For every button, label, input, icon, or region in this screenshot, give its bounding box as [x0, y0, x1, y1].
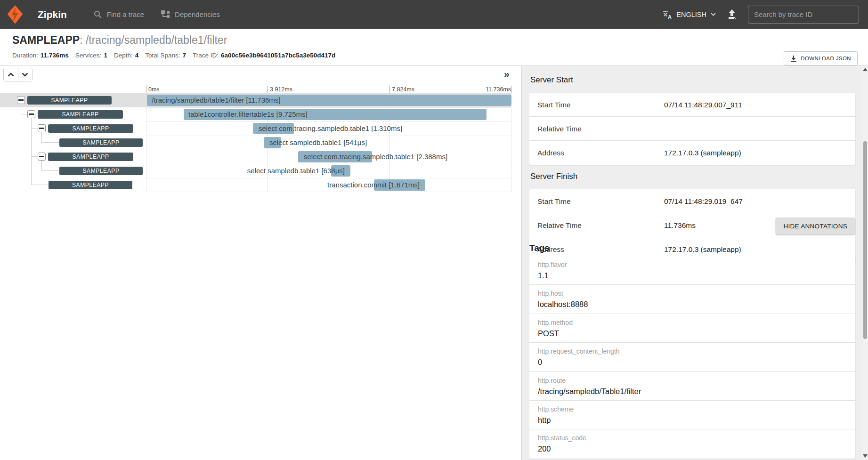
collapse-span-icon[interactable] — [38, 153, 46, 161]
span-bar-row: select sampledb.table1 [541μs] — [146, 136, 511, 150]
search-input[interactable] — [748, 6, 859, 24]
span-service-button[interactable]: SAMPLEAPP — [38, 110, 123, 119]
server-finish-title: Server Finish — [530, 172, 577, 181]
annotation-label: Start Time — [537, 101, 571, 109]
tag-row: http.status_code 200 — [529, 429, 855, 458]
stat-trace-id-label: Trace ID: — [193, 52, 219, 59]
chevron-up-icon — [8, 73, 14, 77]
tag-key: http.status_code — [538, 434, 855, 442]
span-service-button[interactable]: SAMPLEAPP — [27, 96, 112, 105]
page-title: SAMPLEAPP: /tracing/sampledb/table1/filt… — [12, 34, 227, 47]
span-bar-row: select sampledb.table1 [638μs] — [146, 164, 511, 178]
zipkin-logo-icon[interactable] — [6, 5, 24, 24]
nav-dependencies[interactable]: Dependencies — [161, 10, 220, 18]
span-bar-label: /tracing/sampledb/table1/filter [11.736m… — [152, 96, 280, 105]
span-service-button[interactable]: SAMPLEAPP — [59, 167, 143, 175]
trace-service-name: SAMPLEAPP — [12, 34, 80, 46]
annotation-value: 172.17.0.3 (sampleapp) — [664, 245, 741, 254]
collapse-span-icon[interactable] — [27, 110, 35, 118]
language-selector[interactable]: A ENGLISH — [663, 10, 716, 19]
stat-total-spans-value: 7 — [182, 52, 186, 59]
span-nav-buttons — [3, 68, 32, 81]
trace-header: SAMPLEAPP: /tracing/sampledb/table1/filt… — [0, 29, 868, 66]
stat-duration-label: Duration: — [12, 52, 38, 59]
next-span-button[interactable] — [18, 68, 32, 81]
dependencies-icon — [161, 10, 170, 18]
upload-trace-button[interactable] — [727, 9, 737, 19]
tag-value: /tracing/sampledb/Table1/filter — [538, 386, 855, 396]
tags-card: http.flavor 1.1 http.host localhost:8888… — [529, 256, 855, 459]
nav-find-a-trace-label: Find a trace — [107, 10, 144, 18]
annotation-row: Start Time 07/14 11:48:29.007_911 — [529, 93, 855, 117]
span-bar-label: select com.tracing.sampledb.table1 [1.31… — [259, 124, 402, 133]
tag-value: 200 — [538, 444, 855, 454]
span-bar-row: select com.tracing.sampledb.table1 [2.38… — [146, 150, 511, 164]
svg-text:A: A — [668, 14, 672, 19]
stat-depth-label: Depth: — [114, 52, 133, 59]
nav-find-a-trace[interactable]: Find a trace — [94, 10, 144, 18]
span-bar-row: select com.tracing.sampledb.table1 [1.31… — [146, 121, 511, 136]
tag-value: 1.1 — [538, 270, 855, 281]
collapse-span-icon[interactable] — [38, 124, 46, 132]
span-service-button[interactable]: SAMPLEAPP — [48, 124, 133, 133]
download-icon — [790, 55, 797, 62]
tag-row: http.scheme http — [529, 401, 855, 429]
span-service-button[interactable]: SAMPLEAPP — [49, 181, 132, 189]
tree-connector — [41, 142, 59, 143]
span-detail-panel: Server Start Start Time 07/14 11:48:29.0… — [522, 66, 868, 460]
download-json-label: DOWNLOAD JSON — [801, 56, 851, 61]
tag-key: http.method — [538, 319, 855, 327]
span-service-button[interactable]: SAMPLEAPP — [48, 153, 133, 161]
scrollbar-track[interactable] — [862, 66, 868, 460]
tag-value: POST — [538, 328, 855, 339]
tick-mark — [389, 86, 390, 93]
stat-total-spans-label: Total Spans: — [145, 52, 180, 59]
tags-title: Tags — [529, 243, 550, 253]
tree-connector — [31, 156, 38, 157]
tree-connector — [31, 185, 49, 185]
scroll-down-arrow-icon[interactable] — [863, 454, 868, 458]
span-service-button[interactable]: SAMPLEAPP — [59, 138, 143, 147]
tag-value: http — [538, 415, 855, 425]
annotation-label: Start Time — [537, 197, 571, 206]
navbar-right: A ENGLISH — [663, 6, 859, 24]
collapse-span-icon[interactable] — [17, 96, 25, 104]
tag-row: http.request_content_length 0 — [529, 343, 855, 371]
tag-key: http.flavor — [538, 261, 855, 269]
scroll-up-arrow-icon[interactable] — [863, 68, 868, 71]
timeline-ticks: 0ms 3.912ms 7.824ms 11.736ms — [146, 86, 511, 93]
trace-stats: Duration:11.736ms Services:1 Depth:4 Tot… — [12, 52, 335, 59]
language-label: ENGLISH — [676, 11, 706, 18]
stat-depth-value: 4 — [135, 52, 139, 59]
span-bar-label: select com.tracing.sampledb.table1 [2.38… — [304, 153, 447, 161]
annotation-row: Address 172.17.0.3 (sampleapp) — [529, 141, 855, 165]
hide-annotations-button[interactable]: HIDE ANNOTATIONS — [776, 218, 855, 234]
prev-span-button[interactable] — [4, 68, 18, 81]
collapse-timeline-button[interactable]: » — [504, 69, 510, 79]
nav-dependencies-label: Dependencies — [175, 10, 220, 18]
span-bar-label: transaction.commit [1.671ms] — [327, 181, 420, 189]
tag-key: http.request_content_length — [538, 347, 855, 355]
download-json-button[interactable]: DOWNLOAD JSON — [784, 51, 858, 65]
server-start-card: Start Time 07/14 11:48:29.007_911 Relati… — [529, 93, 855, 165]
tick-label: 3.912ms — [270, 86, 292, 93]
tree-connector — [41, 170, 59, 171]
brand-title[interactable]: Zipkin — [38, 9, 67, 20]
scrollbar-thumb[interactable] — [863, 141, 867, 339]
tree-connector — [21, 104, 21, 114]
span-bar-label: select sampledb.table1 [541μs] — [269, 138, 367, 147]
tag-row: http.host localhost:8888 — [529, 285, 855, 314]
tick-mark — [146, 86, 146, 93]
upload-icon — [727, 9, 737, 19]
annotation-label: Relative Time — [537, 221, 582, 230]
chevron-down-icon — [711, 13, 716, 16]
search-icon — [94, 10, 102, 18]
span-bar-row: /tracing/sampledb/table1/filter [11.736m… — [146, 93, 511, 107]
translate-icon: A — [663, 10, 672, 19]
tag-key: http.scheme — [538, 405, 855, 413]
tag-value: localhost:8888 — [538, 299, 855, 309]
tree-connector — [21, 114, 27, 114]
zipkin-app: Zipkin Find a trace Dependencies A — [0, 0, 868, 460]
navbar: Zipkin Find a trace Dependencies A — [0, 0, 868, 29]
tag-value: 0 — [538, 357, 855, 367]
